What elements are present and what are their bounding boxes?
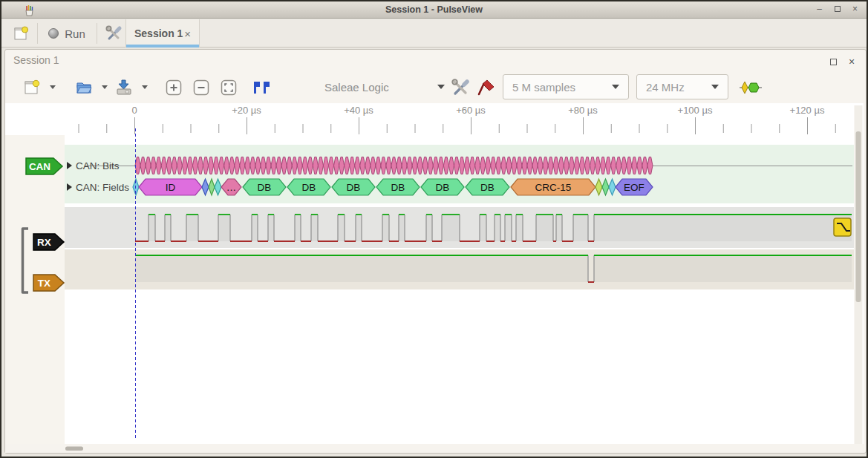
- can-field-label: DB: [391, 182, 405, 193]
- sample-count-combo[interactable]: 5 M samples: [503, 74, 629, 99]
- tab-close-button[interactable]: ×: [184, 27, 191, 40]
- zoom-out-button[interactable]: [191, 75, 212, 99]
- dock-close-button[interactable]: ×: [845, 55, 858, 68]
- titlebar[interactable]: Session 1 - PulseView – ×: [1, 1, 867, 19]
- device-label: Saleae Logic: [317, 81, 389, 94]
- chevron-down-icon: [711, 85, 719, 89]
- new-session-button[interactable]: [7, 21, 34, 46]
- active-tab-indicator: [126, 45, 199, 48]
- settings-icon: [105, 24, 123, 42]
- new-session-icon: [13, 25, 29, 42]
- rx-trace-tag-label: RX: [37, 237, 51, 248]
- add-decoder-icon: [739, 79, 763, 96]
- run-state-icon: [48, 28, 59, 39]
- ruler-label: 0: [131, 105, 137, 116]
- zoom-in-button[interactable]: [163, 75, 184, 99]
- new-capture-menu-button[interactable]: [46, 75, 59, 99]
- close-button[interactable]: ×: [849, 4, 861, 16]
- maximize-button[interactable]: [832, 4, 843, 16]
- new-capture-button[interactable]: [18, 75, 46, 99]
- window-controls: – ×: [814, 1, 861, 18]
- pulseview-window: Session 1 - PulseView – × Run: [0, 0, 868, 458]
- zoom-in-icon: [165, 79, 183, 96]
- zoom-out-icon: [192, 79, 210, 96]
- can-field-label: ID: [166, 182, 176, 193]
- run-label: Run: [65, 27, 85, 40]
- can-fields-annotations: ID…DBDBDBDBDBDBCRC-15EOF: [133, 179, 653, 195]
- toolbar-separator: [97, 23, 97, 44]
- main-toolbar: Run Session 1 ×: [1, 19, 867, 48]
- vertical-scrollbar-thumb[interactable]: [856, 131, 861, 302]
- maximize-icon: [835, 6, 841, 12]
- chevron-down-icon: [102, 85, 108, 89]
- save-file-button[interactable]: [110, 75, 138, 99]
- can-trace-tag-label: CAN: [29, 161, 50, 172]
- chevron-down-icon: [437, 85, 445, 89]
- tx-waveform: [135, 255, 852, 282]
- sample-count-value: 5 M samples: [512, 81, 575, 94]
- sample-rate-combo[interactable]: 24 MHz: [636, 74, 728, 99]
- float-icon: [830, 59, 837, 65]
- ruler-label: +120 µs: [790, 105, 825, 116]
- zoom-fit-icon: [220, 79, 238, 96]
- toolbar-separator: [37, 23, 38, 44]
- dock-float-button[interactable]: [826, 55, 840, 68]
- open-folder-icon: [75, 79, 93, 96]
- can-field-label: CRC-15: [535, 182, 572, 193]
- configure-device-icon: [451, 78, 470, 97]
- can-trace-tag[interactable]: CAN: [26, 158, 62, 174]
- configure-device-button[interactable]: [448, 75, 473, 99]
- can-bits-row-label: CAN: Bits: [76, 160, 120, 171]
- tab-session-1[interactable]: Session 1 ×: [125, 19, 200, 48]
- can-fields-row-label: CAN: Fields: [76, 182, 129, 193]
- chevron-down-icon: [50, 85, 56, 89]
- ruler-label: +40 µs: [344, 105, 373, 116]
- run-button[interactable]: Run: [41, 21, 93, 46]
- ruler-label: +100 µs: [678, 105, 713, 116]
- can-field-label: DB: [302, 182, 316, 193]
- probe-icon: [477, 78, 496, 97]
- add-decoder-button[interactable]: [735, 75, 766, 99]
- chevron-down-icon: [142, 85, 148, 89]
- cursors-icon: [251, 80, 272, 95]
- ruler-label: +20 µs: [232, 105, 261, 116]
- save-file-menu-button[interactable]: [138, 75, 151, 99]
- can-field-label: EOF: [624, 182, 645, 193]
- new-capture-icon: [23, 79, 41, 96]
- can-field-label: DB: [258, 182, 272, 193]
- bottom-strip: [5, 444, 864, 453]
- save-icon: [115, 79, 133, 96]
- ruler-label: +60 µs: [456, 105, 486, 116]
- tx-trace-tag-label: TX: [38, 278, 50, 289]
- channels-button[interactable]: [474, 75, 499, 99]
- show-cursors-button[interactable]: [248, 75, 275, 99]
- can-field-label: DB: [480, 182, 495, 193]
- zoom-fit-button[interactable]: [218, 75, 239, 99]
- dock-title: Session 1: [13, 54, 59, 66]
- can-field-label: …: [226, 182, 237, 193]
- device-selector[interactable]: Saleae Logic: [317, 74, 445, 99]
- can-field-label: DB: [347, 182, 361, 193]
- tab-label: Session 1: [134, 27, 183, 39]
- ruler-label: +80 µs: [568, 105, 598, 116]
- minimize-button[interactable]: –: [814, 4, 825, 16]
- trigger-marker[interactable]: [834, 218, 851, 236]
- chevron-down-icon: [612, 85, 619, 89]
- settings-button[interactable]: [100, 21, 127, 46]
- open-file-button[interactable]: [70, 75, 98, 99]
- window-title: Session 1 - PulseView: [1, 4, 867, 15]
- horizontal-scrollbar-thumb[interactable]: [65, 447, 83, 451]
- trace-view: 0+20 µs+40 µs+60 µs+80 µs+100 µs+120 µsI…: [5, 103, 864, 453]
- sample-rate-value: 24 MHz: [646, 81, 685, 94]
- can-field-label: DB: [436, 182, 450, 193]
- can-fields-row[interactable]: CAN: Fields: [67, 182, 129, 193]
